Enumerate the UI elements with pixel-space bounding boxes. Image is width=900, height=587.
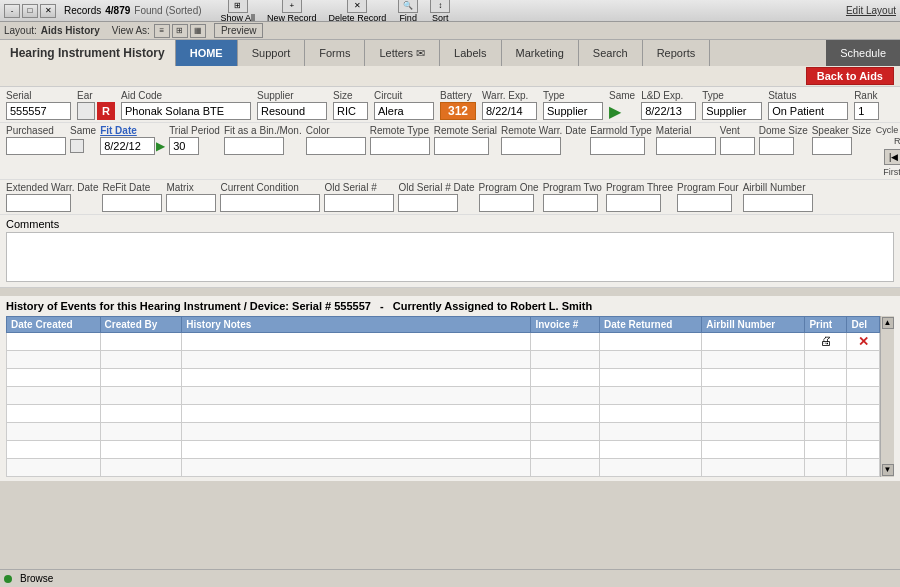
- program-one-col: Program One: [479, 182, 539, 212]
- cycle-through-box: Cycle through all aids for Robert L. Smi…: [875, 125, 900, 177]
- back-to-aids-button[interactable]: Back to Aids: [806, 67, 894, 85]
- fit-date-value[interactable]: 8/22/12: [100, 137, 155, 155]
- vent-value[interactable]: [720, 137, 755, 155]
- dome-size-value[interactable]: [759, 137, 794, 155]
- delete-icon[interactable]: ✕: [858, 334, 869, 349]
- old-serial-label: Old Serial #: [324, 182, 394, 193]
- ld-exp-value[interactable]: 8/22/13: [641, 102, 696, 120]
- view-detail-btn[interactable]: ▦: [190, 24, 206, 38]
- status-value[interactable]: On Patient: [768, 102, 848, 120]
- table-row[interactable]: [7, 386, 880, 404]
- print-cell[interactable]: [805, 368, 847, 386]
- del-cell[interactable]: ✕: [847, 332, 880, 350]
- del-cell[interactable]: [847, 422, 880, 440]
- tab-forms[interactable]: Forms: [305, 40, 365, 66]
- view-grid-btn[interactable]: ⊞: [172, 24, 188, 38]
- tab-home[interactable]: HOME: [176, 40, 238, 66]
- speaker-size-value[interactable]: [812, 137, 852, 155]
- first-btn[interactable]: |◀: [884, 149, 900, 165]
- circuit-label: Circuit: [374, 90, 434, 101]
- print-icon[interactable]: 🖨: [820, 334, 832, 348]
- maximize-btn[interactable]: □: [22, 4, 38, 18]
- tab-labels[interactable]: Labels: [440, 40, 501, 66]
- remote-serial-value[interactable]: [434, 137, 489, 155]
- preview-btn[interactable]: Preview: [214, 23, 264, 38]
- rank-value[interactable]: 1: [854, 102, 879, 120]
- comments-field[interactable]: [6, 232, 894, 282]
- print-cell[interactable]: [805, 440, 847, 458]
- remote-warr-value[interactable]: [501, 137, 561, 155]
- status-indicator: [4, 575, 12, 583]
- old-serial-value[interactable]: [324, 194, 394, 212]
- program-one-value[interactable]: [479, 194, 534, 212]
- table-row[interactable]: [7, 458, 880, 476]
- history-scrollbar[interactable]: ▲ ▼: [880, 316, 894, 477]
- old-serial-date-value[interactable]: [398, 194, 458, 212]
- fit-date-arrow[interactable]: ▶: [156, 139, 165, 153]
- fit-bin-value[interactable]: [224, 137, 284, 155]
- print-cell[interactable]: 🖨: [805, 332, 847, 350]
- purchased-value[interactable]: [6, 137, 66, 155]
- table-row[interactable]: [7, 368, 880, 386]
- print-cell[interactable]: [805, 458, 847, 476]
- warr-exp-value[interactable]: 8/22/14: [482, 102, 537, 120]
- circuit-value[interactable]: Alera: [374, 102, 434, 120]
- remote-type-value[interactable]: [370, 137, 430, 155]
- trial-period-value[interactable]: 30: [169, 137, 199, 155]
- earmold-type-value[interactable]: [590, 137, 645, 155]
- size-value[interactable]: RIC: [333, 102, 368, 120]
- same-arrow[interactable]: ▶: [609, 102, 621, 121]
- del-cell[interactable]: [847, 386, 880, 404]
- minimize-btn[interactable]: -: [4, 4, 20, 18]
- program-four-value[interactable]: [677, 194, 732, 212]
- tab-schedule[interactable]: Schedule: [826, 40, 900, 66]
- find-button[interactable]: 🔍 Find: [395, 0, 421, 24]
- close-btn[interactable]: ✕: [40, 4, 56, 18]
- view-list-btn[interactable]: ≡: [154, 24, 170, 38]
- program-three-value[interactable]: [606, 194, 661, 212]
- table-row[interactable]: [7, 350, 880, 368]
- table-row[interactable]: 🖨✕: [7, 332, 880, 350]
- same2-checkbox[interactable]: [70, 139, 84, 153]
- old-serial-date-label: Old Serial # Date: [398, 182, 474, 193]
- matrix-value[interactable]: [166, 194, 216, 212]
- refit-date-value[interactable]: [102, 194, 162, 212]
- del-cell[interactable]: [847, 440, 880, 458]
- del-cell[interactable]: [847, 458, 880, 476]
- table-row[interactable]: [7, 404, 880, 422]
- tab-marketing[interactable]: Marketing: [502, 40, 579, 66]
- material-value[interactable]: [656, 137, 716, 155]
- type-value[interactable]: Supplier: [543, 102, 603, 120]
- del-cell[interactable]: [847, 368, 880, 386]
- delete-record-button[interactable]: ✕ Delete Record: [326, 0, 390, 24]
- print-cell[interactable]: [805, 386, 847, 404]
- del-cell[interactable]: [847, 350, 880, 368]
- print-cell[interactable]: [805, 350, 847, 368]
- scroll-up-btn[interactable]: ▲: [882, 317, 894, 329]
- scroll-down-btn[interactable]: ▼: [882, 464, 894, 476]
- print-cell[interactable]: [805, 422, 847, 440]
- print-cell[interactable]: [805, 404, 847, 422]
- tab-reports[interactable]: Reports: [643, 40, 711, 66]
- new-record-button[interactable]: + New Record: [264, 0, 320, 24]
- tab-support[interactable]: Support: [238, 40, 306, 66]
- edit-layout-link[interactable]: Edit Layout: [846, 5, 896, 16]
- sort-button[interactable]: ↕ Sort: [427, 0, 453, 24]
- tab-letters[interactable]: Letters ✉: [365, 40, 440, 66]
- type2-value[interactable]: Supplier: [702, 102, 762, 120]
- table-row[interactable]: [7, 422, 880, 440]
- current-condition-value[interactable]: [220, 194, 320, 212]
- del-cell[interactable]: [847, 404, 880, 422]
- ext-warr-value[interactable]: [6, 194, 71, 212]
- aid-code-value[interactable]: Phonak Solana BTE: [121, 102, 251, 120]
- supplier-value[interactable]: Resound: [257, 102, 327, 120]
- show-all-button[interactable]: ⊞ Show All: [218, 0, 259, 24]
- serial-value[interactable]: 555557: [6, 102, 71, 120]
- earmold-type-col: Earmold Type: [590, 125, 652, 155]
- tab-search[interactable]: Search: [579, 40, 643, 66]
- airbill-value[interactable]: [743, 194, 813, 212]
- program-two-value[interactable]: [543, 194, 598, 212]
- dome-size-col: Dome Size: [759, 125, 808, 155]
- table-row[interactable]: [7, 440, 880, 458]
- color-value[interactable]: [306, 137, 366, 155]
